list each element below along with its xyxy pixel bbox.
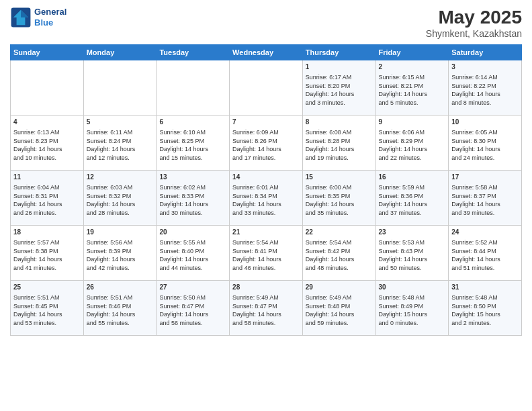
calendar-cell: 25Sunrise: 5:51 AMSunset: 8:45 PMDayligh…: [11, 281, 84, 336]
calendar-cell: 20Sunrise: 5:55 AMSunset: 8:40 PMDayligh…: [157, 226, 230, 281]
day-number: 30: [379, 283, 446, 292]
day-number: 8: [306, 118, 373, 127]
day-info: Daylight: 14 hours: [379, 255, 446, 264]
day-info: and 28 minutes.: [87, 209, 154, 218]
calendar-cell: [11, 60, 84, 116]
calendar-table: SundayMondayTuesdayWednesdayThursdayFrid…: [10, 44, 522, 336]
day-number: 6: [159, 118, 226, 127]
day-info: and 51 minutes.: [451, 264, 519, 273]
day-info: Sunrise: 5:51 AM: [13, 293, 81, 302]
calendar-cell: 12Sunrise: 6:03 AMSunset: 8:32 PMDayligh…: [83, 171, 157, 226]
day-number: 29: [306, 283, 373, 292]
day-info: and 37 minutes.: [379, 209, 446, 218]
header-day-tuesday: Tuesday: [157, 45, 230, 60]
day-info: and 0 minutes.: [379, 319, 446, 328]
day-info: Sunrise: 5:57 AM: [13, 238, 81, 247]
day-info: Daylight: 14 hours: [232, 255, 300, 264]
subtitle: Shymkent, Kazakhstan: [426, 28, 522, 39]
day-info: and 30 minutes.: [159, 209, 226, 218]
day-info: Daylight: 14 hours: [159, 255, 226, 264]
day-info: Sunrise: 5:59 AM: [379, 183, 446, 192]
day-info: Sunset: 8:26 PM: [232, 137, 300, 146]
day-info: Daylight: 14 hours: [306, 200, 373, 209]
day-info: Sunset: 8:28 PM: [306, 137, 373, 146]
day-info: Sunrise: 5:48 AM: [451, 293, 519, 302]
day-info: Sunset: 8:45 PM: [13, 302, 81, 311]
calendar-cell: 26Sunrise: 5:51 AMSunset: 8:46 PMDayligh…: [83, 281, 157, 336]
calendar-header: SundayMondayTuesdayWednesdayThursdayFrid…: [11, 45, 522, 60]
header: General Blue May 2025 Shymkent, Kazakhst…: [10, 7, 522, 39]
calendar-cell: 28Sunrise: 5:49 AMSunset: 8:47 PMDayligh…: [230, 281, 303, 336]
day-info: Sunset: 8:39 PM: [87, 247, 154, 256]
day-info: Sunset: 8:34 PM: [232, 192, 300, 201]
day-info: Daylight: 14 hours: [232, 145, 300, 154]
day-info: Daylight: 14 hours: [232, 310, 300, 319]
day-info: and 41 minutes.: [13, 264, 81, 273]
main-title: May 2025: [426, 7, 522, 28]
day-info: Sunset: 8:22 PM: [451, 82, 519, 91]
day-info: and 58 minutes.: [232, 319, 300, 328]
day-info: Sunrise: 5:48 AM: [379, 293, 446, 302]
calendar-cell: 13Sunrise: 6:02 AMSunset: 8:33 PMDayligh…: [157, 171, 230, 226]
logo-line2: Blue: [34, 17, 66, 28]
day-number: 25: [13, 283, 81, 292]
calendar-cell: [230, 60, 303, 116]
day-info: Sunrise: 5:49 AM: [232, 293, 300, 302]
day-info: Daylight: 14 hours: [87, 310, 154, 319]
day-info: Daylight: 14 hours: [13, 200, 81, 209]
day-info: and 55 minutes.: [87, 319, 154, 328]
day-info: Daylight: 14 hours: [379, 200, 446, 209]
day-info: Sunrise: 6:15 AM: [379, 73, 446, 82]
day-number: 24: [451, 228, 519, 237]
day-info: Daylight: 14 hours: [451, 255, 519, 264]
day-info: and 46 minutes.: [232, 264, 300, 273]
day-info: Daylight: 14 hours: [159, 310, 226, 319]
day-info: Daylight: 14 hours: [13, 145, 81, 154]
day-info: Sunset: 8:40 PM: [159, 247, 226, 256]
day-info: and 56 minutes.: [159, 319, 226, 328]
day-info: and 42 minutes.: [87, 264, 154, 273]
day-info: Sunset: 8:25 PM: [159, 137, 226, 146]
day-number: 10: [451, 118, 519, 127]
header-day-monday: Monday: [83, 45, 157, 60]
day-info: Daylight: 14 hours: [13, 310, 81, 319]
day-number: 14: [232, 173, 300, 182]
day-number: 26: [87, 283, 154, 292]
day-info: Sunrise: 6:13 AM: [13, 128, 81, 137]
calendar-cell: 7Sunrise: 6:09 AMSunset: 8:26 PMDaylight…: [230, 116, 303, 171]
calendar-cell: 15Sunrise: 6:00 AMSunset: 8:35 PMDayligh…: [302, 171, 375, 226]
day-info: Sunset: 8:36 PM: [379, 192, 446, 201]
calendar-cell: 4Sunrise: 6:13 AMSunset: 8:23 PMDaylight…: [11, 116, 84, 171]
week-row-3: 11Sunrise: 6:04 AMSunset: 8:31 PMDayligh…: [11, 171, 522, 226]
day-number: 3: [451, 62, 519, 72]
header-day-sunday: Sunday: [11, 45, 84, 60]
logo: General Blue: [10, 7, 66, 28]
day-info: Daylight: 14 hours: [451, 200, 519, 209]
day-info: Daylight: 14 hours: [451, 145, 519, 154]
calendar-cell: 14Sunrise: 6:01 AMSunset: 8:34 PMDayligh…: [230, 171, 303, 226]
day-info: and 22 minutes.: [379, 154, 446, 163]
day-info: Sunset: 8:24 PM: [87, 137, 154, 146]
day-number: 1: [306, 62, 373, 72]
day-info: and 35 minutes.: [306, 209, 373, 218]
day-info: Sunset: 8:20 PM: [306, 82, 373, 91]
logo-text: General Blue: [34, 7, 66, 28]
day-info: Sunrise: 6:04 AM: [13, 183, 81, 192]
day-number: 18: [13, 228, 81, 237]
day-number: 4: [13, 118, 81, 127]
day-number: 15: [306, 173, 373, 182]
day-info: Sunrise: 6:02 AM: [159, 183, 226, 192]
day-info: Sunset: 8:44 PM: [451, 247, 519, 256]
day-info: Daylight: 14 hours: [306, 255, 373, 264]
calendar-cell: 29Sunrise: 5:49 AMSunset: 8:48 PMDayligh…: [302, 281, 375, 336]
day-info: Daylight: 15 hours: [379, 310, 446, 319]
day-info: and 44 minutes.: [159, 264, 226, 273]
day-info: Daylight: 14 hours: [159, 200, 226, 209]
day-info: Sunrise: 6:09 AM: [232, 128, 300, 137]
day-info: Sunrise: 6:06 AM: [379, 128, 446, 137]
week-row-1: 1Sunrise: 6:17 AMSunset: 8:20 PMDaylight…: [11, 60, 522, 116]
day-info: Daylight: 14 hours: [306, 145, 373, 154]
day-number: 17: [451, 173, 519, 182]
day-info: Sunrise: 5:50 AM: [159, 293, 226, 302]
day-info: and 59 minutes.: [306, 319, 373, 328]
